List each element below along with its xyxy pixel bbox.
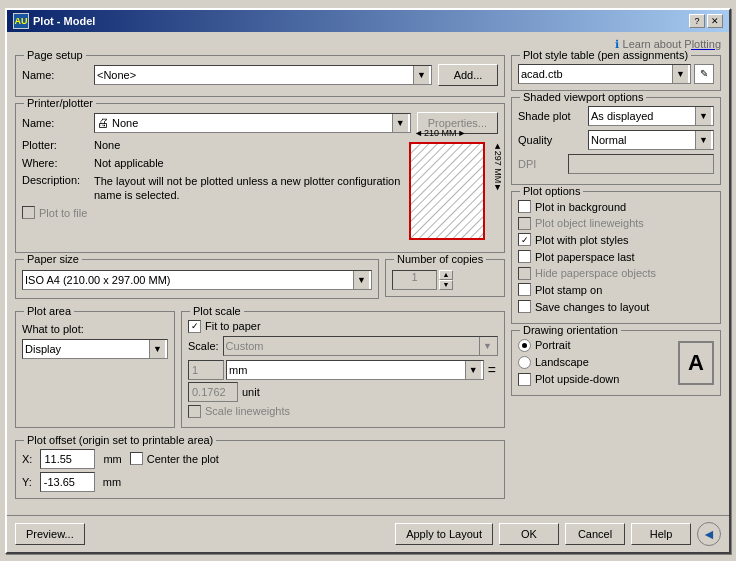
printer-icon: 🖨: [97, 116, 109, 130]
plot-option-row-5: Plot stamp on: [518, 283, 714, 297]
plot-option-checkbox-3[interactable]: [518, 250, 531, 263]
shaded-viewport-group: Shaded viewport options Shade plot As di…: [511, 97, 721, 185]
y-label: Y:: [22, 476, 32, 488]
plot-style-table-group: Plot style table (pen assignments) acad.…: [511, 55, 721, 91]
what-to-plot-combo[interactable]: Display ▼: [22, 339, 168, 359]
add-button[interactable]: Add...: [438, 64, 498, 86]
desc-value: The layout will not be plotted unless a …: [94, 174, 402, 203]
fit-to-paper-checkbox[interactable]: [188, 320, 201, 333]
num-copies-group: Number of copies 1 ▲ ▼: [385, 259, 505, 297]
help-icon-btn[interactable]: ?: [689, 14, 705, 28]
plot-upside-down-label: Plot upside-down: [535, 373, 619, 385]
plot-option-row-2: Plot with plot styles: [518, 233, 714, 247]
plot-option-row-0: Plot in background: [518, 200, 714, 214]
plot-option-row-6: Save changes to layout: [518, 300, 714, 314]
ok-button[interactable]: OK: [499, 523, 559, 545]
plot-style-arrow[interactable]: ▼: [672, 65, 688, 83]
quality-value: Normal: [591, 134, 626, 146]
y-value-input[interactable]: [40, 472, 95, 492]
portrait-radio[interactable]: [518, 339, 531, 352]
printer-name-value: None: [112, 117, 138, 129]
plot-option-checkbox-5[interactable]: [518, 283, 531, 296]
paper-size-value: ISO A4 (210.00 x 297.00 MM): [25, 274, 171, 286]
center-plot-label: Center the plot: [147, 453, 219, 465]
apply-to-layout-button[interactable]: Apply to Layout: [395, 523, 493, 545]
plot-style-table-label: Plot style table (pen assignments): [520, 49, 691, 61]
drawing-orientation-label: Drawing orientation: [520, 324, 621, 336]
name-label: Name:: [22, 69, 94, 81]
plot-option-checkbox-2[interactable]: [518, 233, 531, 246]
scale-value: Custom: [226, 340, 264, 352]
x-value-input[interactable]: [40, 449, 95, 469]
paper-size-label: Paper size: [24, 253, 82, 265]
plot-option-label-1: Plot object lineweights: [535, 217, 644, 229]
shade-plot-value: As displayed: [591, 110, 653, 122]
where-value: Not applicable: [94, 156, 164, 170]
y-mm-label: mm: [103, 476, 121, 488]
plot-style-edit-icon[interactable]: ✎: [694, 64, 714, 84]
paper-size-combo[interactable]: ISO A4 (210.00 x 297.00 MM) ▼: [22, 270, 372, 290]
plot-upside-down-checkbox[interactable]: [518, 373, 531, 386]
plot-area-group: Plot area What to plot: Display ▼: [15, 311, 175, 428]
paper-size-arrow[interactable]: ▼: [353, 271, 369, 289]
drawing-orientation-group: Drawing orientation Portrait Landscape: [511, 330, 721, 396]
quality-label: Quality: [518, 134, 588, 146]
orientation-icon: A: [678, 341, 714, 385]
plot-area-label: Plot area: [24, 305, 74, 317]
plot-option-checkbox-1: [518, 217, 531, 230]
plot-option-checkbox-0[interactable]: [518, 200, 531, 213]
mm-arrow[interactable]: ▼: [465, 361, 481, 379]
num-copies-label: Number of copies: [394, 253, 486, 265]
scale-value1-input[interactable]: [188, 360, 224, 380]
page-setup-name-combo[interactable]: <None> ▼: [94, 65, 432, 85]
plot-option-label-6: Save changes to layout: [535, 300, 649, 314]
plot-option-checkbox-4: [518, 267, 531, 280]
plot-option-label-0: Plot in background: [535, 200, 626, 214]
fit-to-paper-label: Fit to paper: [205, 320, 261, 332]
printer-name-label: Name:: [22, 117, 94, 129]
nav-back-button[interactable]: ◄: [697, 522, 721, 546]
preview-button[interactable]: Preview...: [15, 523, 85, 545]
page-setup-name-arrow[interactable]: ▼: [413, 66, 429, 84]
plot-options-group: Plot options Plot in backgroundPlot obje…: [511, 191, 721, 324]
mm-combo[interactable]: mm ▼: [226, 360, 484, 380]
copies-up[interactable]: ▲: [439, 270, 453, 280]
plot-option-label-2: Plot with plot styles: [535, 233, 629, 247]
scale-value2-input[interactable]: [188, 382, 238, 402]
plot-option-row-4: Hide paperspace objects: [518, 267, 714, 280]
plotter-label: Plotter:: [22, 139, 94, 151]
quality-arrow[interactable]: ▼: [695, 131, 711, 149]
help-button[interactable]: Help: [631, 523, 691, 545]
app-icon: AU: [13, 13, 29, 29]
shade-plot-combo[interactable]: As displayed ▼: [588, 106, 714, 126]
quality-combo[interactable]: Normal ▼: [588, 130, 714, 150]
page-setup-name-value: <None>: [97, 69, 136, 81]
scale-arrow[interactable]: ▼: [479, 337, 495, 355]
printer-name-arrow[interactable]: ▼: [392, 114, 408, 132]
scale-lineweights-checkbox[interactable]: [188, 405, 201, 418]
x-label: X:: [22, 453, 32, 465]
bottom-bar: Preview... Apply to Layout OK Cancel Hel…: [7, 515, 729, 552]
copies-down[interactable]: ▼: [439, 280, 453, 290]
close-button[interactable]: ✕: [707, 14, 723, 28]
height-dim-label: ◄297 MM►: [493, 141, 503, 191]
scale-combo[interactable]: Custom ▼: [223, 336, 498, 356]
shade-plot-label: Shade plot: [518, 110, 588, 122]
portrait-label: Portrait: [535, 339, 570, 351]
cancel-button[interactable]: Cancel: [565, 523, 625, 545]
what-to-plot-value: Display: [25, 343, 61, 355]
copies-input[interactable]: 1: [392, 270, 437, 290]
shade-plot-arrow[interactable]: ▼: [695, 107, 711, 125]
title-bar: AU Plot - Model ? ✕: [7, 10, 729, 32]
page-setup-group: Page setup Name: <None> ▼ Add...: [15, 55, 505, 97]
plot-option-checkbox-6[interactable]: [518, 300, 531, 313]
landscape-radio[interactable]: [518, 356, 531, 369]
plot-style-combo[interactable]: acad.ctb ▼: [518, 64, 691, 84]
plot-offset-label: Plot offset (origin set to printable are…: [24, 434, 216, 446]
what-to-plot-arrow[interactable]: ▼: [149, 340, 165, 358]
printer-name-combo[interactable]: 🖨 None ▼: [94, 113, 411, 133]
plot-style-value: acad.ctb: [521, 68, 563, 80]
plot-to-file-checkbox[interactable]: [22, 206, 35, 219]
dpi-input[interactable]: [568, 154, 714, 174]
center-plot-checkbox[interactable]: [130, 452, 143, 465]
